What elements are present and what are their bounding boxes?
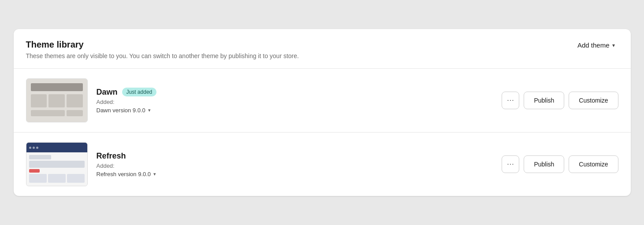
publish-button-refresh[interactable]: Publish <box>524 155 564 173</box>
customize-button-refresh[interactable]: Customize <box>569 155 618 173</box>
ellipsis-icon-refresh: ··· <box>507 160 514 168</box>
theme-info-dawn: Dawn Just added Added: Dawn version 9.0.… <box>97 88 502 114</box>
more-options-button-refresh[interactable]: ··· <box>502 155 519 173</box>
theme-item-dawn: Dawn Just added Added: Dawn version 9.0.… <box>14 69 631 133</box>
chevron-down-icon: ▾ <box>612 42 615 48</box>
theme-name-dawn: Dawn <box>97 88 118 97</box>
theme-info-refresh: Refresh Added: Refresh version 9.0.0 ▾ <box>97 151 502 177</box>
theme-library-card: Theme library These themes are only visi… <box>14 29 631 196</box>
theme-name-row-refresh: Refresh <box>97 151 502 161</box>
customize-button-dawn[interactable]: Customize <box>569 92 618 109</box>
theme-version-refresh[interactable]: Refresh version 9.0.0 ▾ <box>97 171 502 177</box>
dawn-preview <box>26 79 87 122</box>
more-options-button-dawn[interactable]: ··· <box>502 92 519 109</box>
theme-version-dawn[interactable]: Dawn version 9.0.0 ▾ <box>97 107 502 114</box>
ellipsis-icon: ··· <box>507 96 514 104</box>
theme-thumbnail-dawn <box>26 78 88 122</box>
theme-name-row-dawn: Dawn Just added <box>97 88 502 97</box>
theme-list: Dawn Just added Added: Dawn version 9.0.… <box>14 69 631 196</box>
version-chevron-down-icon-refresh: ▾ <box>153 171 156 177</box>
theme-thumbnail-refresh <box>26 142 88 186</box>
theme-added-refresh: Added: <box>97 162 502 169</box>
page-title: Theme library <box>26 40 299 50</box>
page-subtitle: These themes are only visible to you. Yo… <box>26 52 299 59</box>
theme-actions-refresh: ··· Publish Customize <box>502 155 618 173</box>
theme-name-refresh: Refresh <box>97 151 126 161</box>
theme-version-label-dawn: Dawn version 9.0.0 <box>97 107 145 114</box>
just-added-badge: Just added <box>122 88 157 96</box>
publish-button-dawn[interactable]: Publish <box>524 92 564 109</box>
theme-version-label-refresh: Refresh version 9.0.0 <box>97 171 151 177</box>
theme-item-refresh: Refresh Added: Refresh version 9.0.0 ▾ ·… <box>14 133 631 196</box>
theme-actions-dawn: ··· Publish Customize <box>502 92 618 109</box>
version-chevron-down-icon: ▾ <box>148 107 151 113</box>
refresh-preview <box>26 143 87 186</box>
card-header: Theme library These themes are only visi… <box>14 29 631 69</box>
header-left: Theme library These themes are only visi… <box>26 40 299 59</box>
theme-added-dawn: Added: <box>97 99 502 105</box>
add-theme-label: Add theme <box>577 41 610 49</box>
add-theme-button[interactable]: Add theme ▾ <box>574 40 618 51</box>
